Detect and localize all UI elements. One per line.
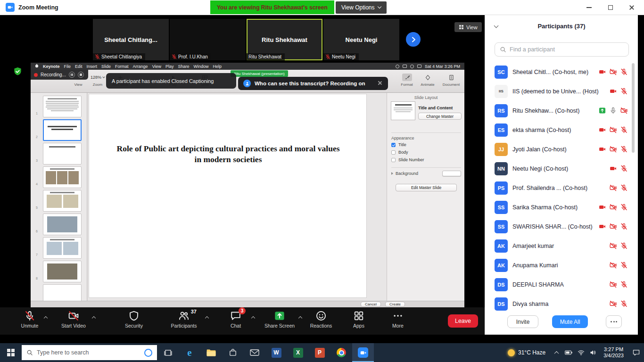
view-layout-button[interactable]: View	[454, 22, 482, 32]
taskbar-search-box[interactable]	[22, 345, 157, 360]
moon-icon[interactable]	[396, 65, 399, 68]
keynote-format-button[interactable]: Format	[397, 74, 416, 87]
slide-thumbnail[interactable]	[43, 284, 82, 301]
mac-menu-arrange[interactable]: Arrange	[133, 64, 148, 69]
toolbar-start-video-button[interactable]: Start Video	[53, 310, 94, 329]
slide-layout-preview[interactable]	[391, 101, 415, 120]
wifi-icon[interactable]	[575, 343, 587, 362]
background-color-well[interactable]	[442, 171, 461, 176]
search-input[interactable]	[510, 46, 624, 53]
participant-row[interactable]: JJ Jyoti Jalan (Co-host)	[485, 140, 635, 159]
participant-row[interactable]: DS Divya sharma	[485, 294, 635, 313]
participant-row[interactable]: NN Neetu Negi (Co-host)	[485, 159, 635, 178]
control-center-icon[interactable]	[417, 65, 421, 68]
checkbox-icon[interactable]	[391, 150, 396, 155]
slide-thumbnail[interactable]	[43, 96, 82, 117]
view-options-button[interactable]: View Options	[336, 1, 387, 14]
mute-all-button[interactable]: Mute All	[552, 315, 588, 328]
mac-menu-file[interactable]: File	[64, 64, 71, 69]
taskbar-file-explorer-icon[interactable]	[200, 343, 222, 362]
apple-menu-icon[interactable]	[35, 64, 39, 69]
mac-menu-format[interactable]: Format	[115, 64, 129, 69]
slide-thumbnail[interactable]	[43, 119, 82, 141]
video-tile[interactable]: Neetu Negi Neetu Negi	[323, 19, 399, 60]
slide-thumbnail[interactable]	[43, 166, 82, 188]
taskbar-mail-icon[interactable]	[244, 343, 265, 362]
appearance-option-body[interactable]: Body	[391, 148, 424, 156]
participant-row[interactable]: SS SWARISHA SHAR... (Co-host)	[485, 217, 635, 236]
checkbox-icon[interactable]	[391, 158, 396, 162]
participant-search-box[interactable]	[495, 42, 629, 57]
appearance-option-slide-number[interactable]: Slide Number	[391, 156, 424, 164]
slide-thumbnail[interactable]	[43, 261, 82, 282]
create-button[interactable]: Create	[385, 302, 405, 307]
slide-thumbnail[interactable]	[43, 214, 82, 235]
participant-row[interactable]: AK Anupama Kumari	[485, 255, 635, 275]
cancel-button[interactable]: Cancel	[361, 302, 381, 307]
mac-menu-play[interactable]: Play	[165, 64, 174, 69]
scrollbar[interactable]	[632, 63, 635, 153]
chevron-up-icon[interactable]	[251, 316, 255, 320]
mac-menu-keynote[interactable]: Keynote	[43, 64, 60, 69]
mac-menu-insert[interactable]: Insert	[87, 64, 98, 69]
taskbar-zoom-icon[interactable]	[352, 343, 374, 362]
start-button[interactable]	[0, 343, 22, 362]
appearance-option-title[interactable]: Title	[391, 141, 424, 148]
change-master-button[interactable]: Change Master	[418, 113, 462, 120]
keynote-animate-button[interactable]: Animate	[417, 74, 438, 87]
speaker-icon[interactable]	[587, 343, 599, 362]
battery-icon[interactable]	[562, 343, 575, 362]
mac-menu-view[interactable]: View	[152, 64, 161, 69]
toolbar-reactions-button[interactable]: Reactions	[303, 310, 339, 329]
video-tile[interactable]: Sheetal Chitlang... Sheetal Chitlangiya	[93, 19, 169, 60]
chevron-up-icon[interactable]	[298, 316, 302, 320]
dismiss-notification-button[interactable]	[377, 81, 383, 86]
collapse-panel-chevron-icon[interactable]	[494, 24, 499, 28]
chevron-up-icon[interactable]	[205, 316, 209, 320]
keynote-document-button[interactable]: Document	[439, 74, 463, 87]
mac-menu-window[interactable]: Window	[194, 64, 209, 69]
edit-master-slide-button[interactable]: Edit Master Slide	[396, 184, 457, 191]
leave-button[interactable]: Leave	[448, 314, 478, 328]
weather-widget[interactable]: 31°C Haze	[503, 349, 550, 356]
taskbar-chrome-icon[interactable]	[330, 343, 352, 362]
participant-row[interactable]: AK Amarjeet kumar	[485, 236, 635, 255]
taskbar-word-icon[interactable]: W	[265, 343, 287, 362]
invite-button[interactable]: Invite	[507, 315, 538, 328]
taskbar-powerpoint-icon[interactable]: P	[309, 343, 330, 362]
chevron-up-icon[interactable]	[92, 316, 96, 320]
mac-menu-help[interactable]: Help	[213, 64, 222, 69]
taskbar-edge-icon[interactable]: e	[179, 343, 200, 362]
pause-recording-button[interactable]	[69, 72, 75, 78]
slide-thumbnail[interactable]	[43, 143, 82, 165]
cortana-icon[interactable]	[144, 349, 152, 357]
taskbar-search-input[interactable]	[37, 349, 140, 356]
keynote-zoom-button[interactable]: 128%Zoom	[87, 74, 108, 87]
toolbar-participants-button[interactable]: 37 Participants	[160, 310, 207, 329]
stop-recording-button[interactable]	[78, 72, 84, 78]
participant-row[interactable]: ES ekta sharma (Co-host)	[485, 120, 635, 140]
participant-row[interactable]: DS DEEPALI SHARMA	[485, 275, 635, 294]
participant-row[interactable]: SC Sheetal Chitl... (Co-host, me)	[485, 62, 635, 82]
toolbar-unmute-button[interactable]: Unmute	[13, 310, 46, 329]
battery-icon[interactable]	[403, 65, 407, 68]
more-options-button[interactable]	[606, 315, 622, 328]
video-tile[interactable]: Ritu Shekhawat Ritu Shekhawat	[247, 19, 322, 60]
task-view-button[interactable]	[157, 343, 179, 362]
toolbar-chat-button[interactable]: 3 Chat	[218, 310, 254, 329]
maximize-button[interactable]	[600, 0, 621, 15]
show-hidden-icons-button[interactable]	[550, 343, 562, 362]
taskbar-clock[interactable]: 3:27 PM 3/4/2023	[599, 346, 628, 359]
next-participants-button[interactable]	[406, 32, 421, 47]
close-button[interactable]	[621, 0, 642, 15]
mac-menu-edit[interactable]: Edit	[75, 64, 83, 69]
toolbar-share-screen-button[interactable]: Share Screen	[258, 310, 301, 329]
wifi-icon[interactable]	[410, 65, 414, 68]
mac-menu-slide[interactable]: Slide	[101, 64, 111, 69]
action-center-button[interactable]	[628, 343, 644, 362]
toolbar-apps-button[interactable]: Apps	[342, 310, 375, 329]
toolbar-security-button[interactable]: Security	[116, 310, 152, 329]
taskbar-store-icon[interactable]	[222, 343, 244, 362]
background-row[interactable]: Background	[391, 167, 461, 176]
toolbar-more-button[interactable]: More	[382, 310, 414, 329]
